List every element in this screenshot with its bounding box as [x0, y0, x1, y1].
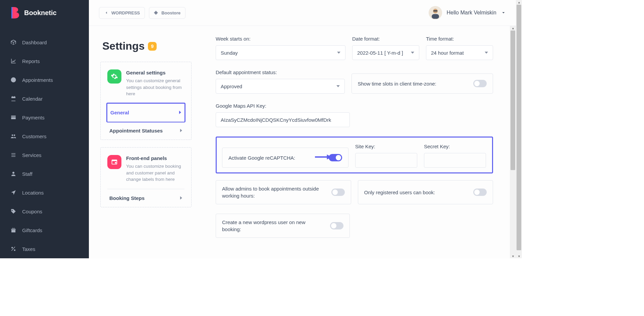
brand-mark-icon — [10, 7, 20, 18]
select-value: Approved — [221, 84, 242, 89]
caret-right-icon — [180, 196, 182, 200]
sidebar-item-giftcards[interactable]: Giftcards — [0, 221, 89, 240]
date-format-select[interactable]: 2022-05-11 [ Y-m-d ] — [352, 45, 419, 60]
users-icon — [10, 133, 17, 140]
sidebar-label: Payments — [22, 115, 45, 120]
settings-sidebar: Settings 9 General settings You can cust… — [100, 26, 192, 258]
percent-icon — [10, 246, 17, 252]
sidebar-item-locations[interactable]: Locations — [0, 183, 89, 202]
sidebar: Booknetic Dashboard Reports Appointments… — [0, 0, 89, 258]
breadcrumb-wordpress[interactable]: WORDPRESS — [99, 7, 145, 19]
tab-label: Appointment Statuses — [109, 128, 163, 134]
sidebar-label: Staff — [22, 171, 33, 177]
puzzle-icon — [154, 10, 159, 15]
inner-scrollbar[interactable] — [510, 26, 516, 258]
week-starts-label: Week starts on: — [216, 36, 345, 42]
sidebar-item-calendar[interactable]: Calendar — [0, 89, 89, 108]
sidebar-item-coupons[interactable]: Coupons — [0, 202, 89, 221]
sidebar-label: Coupons — [22, 209, 42, 214]
tab-label: Booking Steps — [109, 195, 145, 201]
page-title: Settings 9 — [100, 40, 192, 52]
create-wp-user-toggle[interactable] — [330, 222, 343, 229]
gear-icon — [107, 69, 121, 84]
settings-tab-appointment-statuses[interactable]: Appointment Statuses — [107, 121, 184, 140]
time-format-label: Time format: — [426, 36, 493, 42]
recaptcha-toggle[interactable] — [329, 154, 342, 161]
sidebar-item-services[interactable]: Services — [0, 146, 89, 164]
registered-only-label: Only registered users can book: — [364, 184, 435, 201]
create-wp-user-toggle-field: Create a new wordpress user on new booki… — [216, 214, 350, 238]
card-title: General settings — [126, 69, 184, 76]
site-key-label: Site Key: — [355, 144, 417, 149]
sidebar-item-staff[interactable]: Staff — [0, 164, 89, 183]
registered-only-toggle[interactable] — [473, 189, 487, 196]
timezone-toggle-field: Show time slots in client time-zone: — [352, 73, 493, 94]
settings-tab-general[interactable]: General — [108, 104, 183, 121]
page-title-text: Settings — [102, 40, 145, 52]
settings-card-frontend: Front-end panels You can customize booki… — [100, 147, 192, 207]
list-icon — [10, 152, 17, 158]
maps-key-input[interactable] — [216, 112, 350, 127]
select-value: Sunday — [221, 50, 238, 56]
recaptcha-highlight: Activate Google reCAPTCHA: Site Key: — [216, 137, 493, 173]
brand-logo[interactable]: Booknetic — [0, 0, 89, 25]
box-icon — [10, 39, 17, 46]
maps-key-label: Google Maps API Key: — [216, 103, 350, 109]
caret-right-icon — [180, 129, 182, 132]
sidebar-item-appointments[interactable]: Appointments — [0, 70, 89, 89]
svg-rect-2 — [432, 14, 439, 19]
outside-hours-toggle[interactable] — [331, 189, 345, 196]
wallet-icon — [10, 114, 17, 121]
registered-only-toggle-field: Only registered users can book: — [358, 180, 493, 204]
sidebar-label: Reports — [22, 58, 40, 64]
sidebar-item-taxes[interactable]: Taxes — [0, 240, 89, 258]
brand-name: Booknetic — [24, 9, 57, 17]
sidebar-item-payments[interactable]: Payments — [0, 108, 89, 127]
caret-down-icon — [485, 51, 488, 54]
select-value: 2022-05-11 [ Y-m-d ] — [357, 50, 403, 56]
outside-hours-label: Allow admins to book appointments outsid… — [222, 180, 323, 204]
sidebar-item-customers[interactable]: Customers — [0, 127, 89, 146]
create-wp-user-label: Create a new wordpress user on new booki… — [222, 214, 306, 238]
sidebar-label: Locations — [22, 190, 44, 196]
secret-key-label: Secret Key: — [424, 144, 486, 149]
sidebar-label: Appointments — [22, 77, 53, 83]
calendar-cog-icon — [107, 155, 121, 169]
user-menu[interactable]: Hello Mark Velmiskin — [429, 6, 506, 19]
avatar — [429, 6, 442, 19]
clock-icon — [10, 76, 17, 83]
time-format-select[interactable]: 24 hour format — [426, 45, 493, 60]
sidebar-item-dashboard[interactable]: Dashboard — [0, 33, 89, 52]
svg-rect-3 — [433, 10, 437, 11]
sidebar-label: Dashboard — [22, 40, 47, 45]
settings-tab-booking-steps[interactable]: Booking Steps — [107, 189, 184, 207]
week-starts-select[interactable]: Sunday — [216, 45, 345, 60]
sidebar-label: Giftcards — [22, 227, 42, 233]
timezone-toggle[interactable] — [473, 80, 487, 87]
tag-icon — [10, 208, 17, 215]
secret-key-input[interactable] — [424, 153, 486, 168]
sidebar-label: Customers — [22, 134, 47, 139]
caret-down-icon — [411, 51, 414, 54]
sidebar-label: Calendar — [22, 96, 43, 102]
outside-hours-toggle-field: Allow admins to book appointments outsid… — [216, 180, 351, 204]
caret-right-icon — [179, 111, 181, 114]
topbar: WORDPRESS Boostore Hello Mark Velmiskin — [89, 0, 516, 26]
breadcrumb-boostore[interactable]: Boostore — [149, 7, 185, 19]
chevron-left-icon — [104, 10, 109, 15]
sidebar-label: Taxes — [22, 246, 35, 252]
settings-form: Week starts on: Sunday Date format: 2022… — [192, 26, 510, 258]
sidebar-label: Services — [22, 152, 42, 158]
timezone-toggle-label: Show time slots in client time-zone: — [358, 75, 436, 92]
chevron-down-icon — [501, 10, 506, 15]
breadcrumb-label: Boostore — [161, 10, 180, 15]
user-greeting: Hello Mark Velmiskin — [447, 10, 496, 16]
sidebar-item-reports[interactable]: Reports — [0, 52, 89, 70]
site-key-input[interactable] — [355, 153, 417, 168]
location-arrow-icon — [10, 189, 17, 196]
sidebar-nav: Dashboard Reports Appointments Calendar … — [0, 25, 89, 258]
default-status-select[interactable]: Approved — [216, 79, 345, 94]
date-format-label: Date format: — [352, 36, 419, 42]
outer-scrollbar[interactable] — [516, 0, 522, 258]
card-title: Front-end panels — [126, 155, 184, 162]
